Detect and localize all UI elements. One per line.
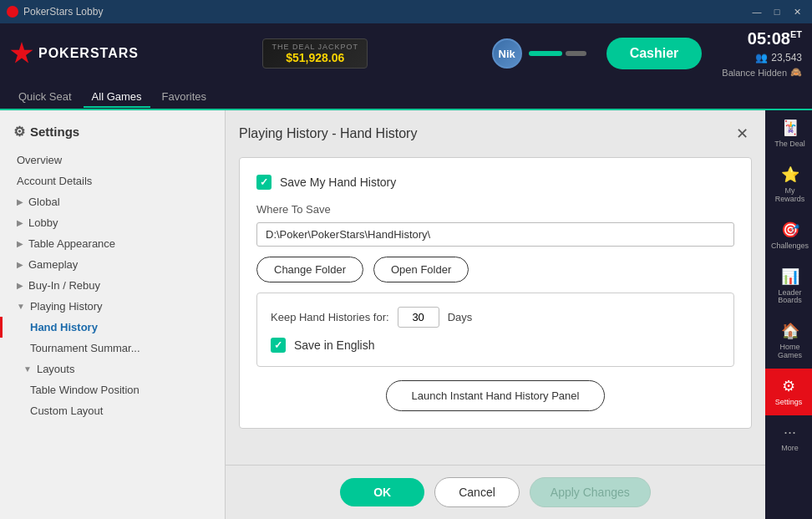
sidebar-item-playing-history[interactable]: ▼ Playing History — [0, 296, 225, 317]
arrow-icon: ▶ — [17, 197, 23, 206]
apply-changes-button[interactable]: Apply Changes — [530, 477, 651, 507]
home-icon: 🏠 — [781, 322, 799, 340]
right-nav-my-rewards[interactable]: ⭐ My Rewards — [765, 157, 812, 212]
nav-favorites[interactable]: Favorites — [154, 87, 215, 108]
balance-hidden-toggle[interactable]: Balance Hidden 🙈 — [722, 67, 802, 78]
panel-title: Playing History - Hand History — [239, 126, 417, 141]
sidebar-table-window-label: Table Window Position — [30, 384, 140, 396]
settings-sidebar: ⚙ Settings Overview Account Details ▶ Gl… — [0, 110, 226, 519]
change-folder-button[interactable]: Change Folder — [256, 257, 363, 282]
right-nav-the-deal[interactable]: 🃏 The Deal — [765, 110, 812, 157]
bottom-bar: OK Cancel Apply Changes — [226, 465, 765, 519]
home-games-label: Home Games — [771, 343, 809, 360]
sidebar-custom-layout-label: Custom Layout — [30, 405, 103, 417]
my-rewards-label: My Rewards — [771, 187, 809, 204]
settings-header: ⚙ Settings — [0, 124, 225, 150]
ok-button[interactable]: OK — [340, 478, 424, 506]
sidebar-item-layouts[interactable]: ▼ Layouts — [0, 359, 225, 379]
arrow-icon: ▶ — [17, 218, 23, 227]
sidebar-item-table-window-position[interactable]: Table Window Position — [0, 379, 225, 400]
arrow-icon: ▶ — [17, 239, 23, 248]
pokerstars-star-logo — [10, 42, 33, 65]
cards-icon: 🃏 — [781, 119, 799, 137]
main-content: ⚙ Settings Overview Account Details ▶ Gl… — [0, 110, 812, 519]
keep-label: Keep Hand Histories for: — [271, 311, 389, 323]
right-nav-settings[interactable]: ⚙ Settings — [765, 369, 812, 415]
progress-bar-2 — [566, 51, 586, 56]
settings-icon: ⚙ — [782, 377, 795, 395]
sidebar-item-gameplay[interactable]: ▶ Gameplay — [0, 254, 225, 275]
sidebar-buyin-label: Buy-In / Rebuy — [28, 279, 100, 292]
keep-days-input[interactable] — [398, 307, 439, 328]
right-nav-home-games[interactable]: 🏠 Home Games — [765, 313, 812, 369]
open-folder-button[interactable]: Open Folder — [373, 257, 469, 282]
jackpot-label: THE DEAL JACKPOT — [272, 43, 358, 51]
sidebar-item-global[interactable]: ▶ Global — [0, 191, 225, 212]
panel-header: Playing History - Hand History ✕ — [239, 124, 752, 144]
save-history-checkbox[interactable] — [256, 175, 272, 190]
progress-bar-area — [529, 51, 586, 56]
sidebar-account-label: Account Details — [17, 175, 92, 187]
keep-histories-row: Keep Hand Histories for: Days — [271, 307, 720, 328]
sidebar-item-hand-history[interactable]: Hand History — [0, 317, 225, 338]
sidebar-item-lobby[interactable]: ▶ Lobby — [0, 212, 225, 233]
more-icon: ··· — [784, 424, 796, 441]
cashier-button[interactable]: Cashier — [606, 38, 703, 69]
arrow-icon: ▶ — [17, 260, 23, 269]
header: POKERSTARS THE DEAL JACKPOT $51,928.06 N… — [0, 23, 812, 84]
folder-buttons-row: Change Folder Open Folder — [256, 257, 734, 282]
save-english-row: Save in English — [271, 338, 720, 353]
launch-instant-history-button[interactable]: Launch Instant Hand History Panel — [386, 380, 606, 411]
sidebar-gameplay-label: Gameplay — [28, 258, 78, 271]
header-center: THE DEAL JACKPOT $51,928.06 — [149, 23, 482, 84]
settings-panel-wrapper: Playing History - Hand History ✕ Save My… — [226, 110, 765, 519]
sidebar-layouts-label: Layouts — [37, 363, 75, 375]
nav-bar: Quick Seat All Games Favorites — [0, 84, 812, 110]
cancel-button[interactable]: Cancel — [434, 477, 520, 507]
sidebar-item-buyin-rebuy[interactable]: ▶ Buy-In / Rebuy — [0, 275, 225, 296]
sidebar-item-table-appearance[interactable]: ▶ Table Appearance — [0, 233, 225, 254]
window-close-button[interactable]: ✕ — [789, 4, 805, 19]
folder-path-input[interactable] — [256, 222, 734, 247]
maximize-button[interactable]: □ — [769, 4, 785, 19]
star-icon: ⭐ — [781, 165, 799, 184]
title-bar-text: PokerStars Lobby — [23, 6, 103, 18]
header-users: 👥 23,543 — [755, 52, 802, 64]
deal-jackpot[interactable]: THE DEAL JACKPOT $51,928.06 — [262, 38, 368, 69]
right-nav-leader-boards[interactable]: 📊 Leader Boards — [765, 259, 812, 314]
sidebar-playing-history-label: Playing History — [30, 300, 103, 313]
logo-area: POKERSTARS — [10, 42, 139, 65]
challenges-label: Challenges — [771, 242, 809, 251]
sidebar-lobby-label: Lobby — [28, 216, 58, 229]
nav-quick-seat[interactable]: Quick Seat — [10, 87, 80, 108]
sidebar-overview-label: Overview — [17, 154, 62, 166]
sidebar-item-tournament-summary[interactable]: Tournament Summar... — [0, 338, 225, 359]
sidebar-tournament-label: Tournament Summar... — [30, 342, 140, 354]
save-english-label: Save in English — [294, 338, 375, 352]
sidebar-item-custom-layout[interactable]: Custom Layout — [0, 400, 225, 421]
title-bar-left: PokerStars Lobby — [7, 6, 103, 18]
header-time: 05:08ET — [748, 29, 802, 48]
panel-close-button[interactable]: ✕ — [732, 124, 752, 144]
save-english-checkbox[interactable] — [271, 338, 286, 353]
right-nav-more[interactable]: ··· More — [765, 415, 812, 461]
title-bar-controls: — □ ✕ — [749, 4, 805, 19]
save-history-row: Save My Hand History — [256, 175, 734, 190]
options-box: Keep Hand Histories for: Days Save in En… — [256, 293, 734, 367]
sidebar-item-account-details[interactable]: Account Details — [0, 170, 225, 191]
the-deal-label: The Deal — [774, 140, 805, 149]
arrow-icon: ▼ — [17, 302, 25, 311]
avatar[interactable]: Nik — [492, 38, 522, 69]
where-to-save-label: Where To Save — [256, 203, 734, 216]
sidebar-item-overview[interactable]: Overview — [0, 150, 225, 170]
minimize-button[interactable]: — — [749, 4, 765, 19]
hand-history-content: Save My Hand History Where To Save Chang… — [239, 157, 752, 429]
eye-icon: 🙈 — [790, 67, 802, 78]
pokerstars-icon — [7, 6, 18, 18]
right-nav-challenges[interactable]: 🎯 Challenges — [765, 212, 812, 259]
jackpot-amount: $51,928.06 — [272, 51, 358, 64]
gear-icon: ⚙ — [13, 124, 25, 140]
more-label: More — [781, 445, 799, 453]
settings-nav-label: Settings — [775, 399, 803, 407]
nav-all-games[interactable]: All Games — [84, 87, 150, 108]
